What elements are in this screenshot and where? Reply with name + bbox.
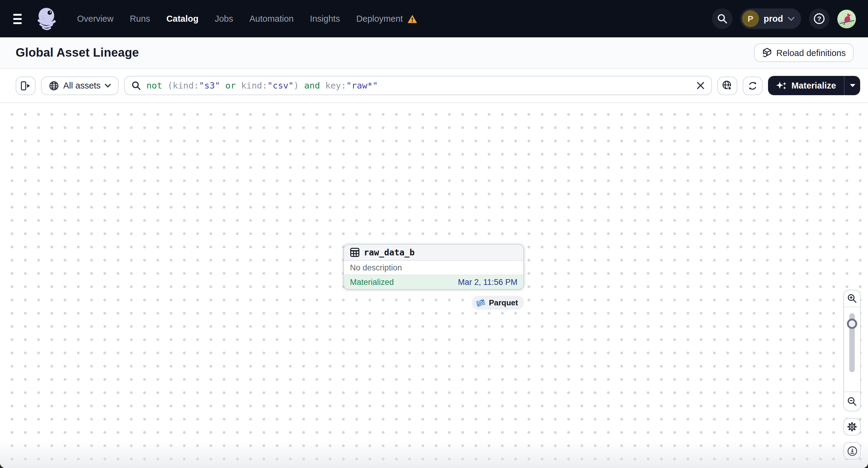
sparkles-icon xyxy=(776,81,787,91)
globe-plus-icon xyxy=(722,80,733,91)
materialize-dropdown-button[interactable] xyxy=(844,76,860,95)
nav-item-jobs[interactable]: Jobs xyxy=(215,14,233,24)
nav-item-insights[interactable]: Insights xyxy=(310,14,340,24)
lineage-canvas[interactable]: raw_data_b No description Materialized M… xyxy=(0,103,868,468)
zoom-out-icon xyxy=(847,396,857,407)
navbar-right-cluster: P prod ? xyxy=(712,8,856,29)
reload-definitions-label: Reload definitions xyxy=(776,48,846,58)
hamburger-menu-button[interactable] xyxy=(13,12,27,25)
refresh-button[interactable] xyxy=(743,76,763,95)
reload-definitions-button[interactable]: Reload definitions xyxy=(754,43,854,62)
asset-scope-label: All assets xyxy=(63,81,101,90)
environment-name: prod xyxy=(764,14,783,24)
gear-icon xyxy=(847,422,857,432)
global-search-button[interactable] xyxy=(712,8,733,29)
lineage-toolbar: All assets not (kind:"s3" or kind:"csv")… xyxy=(0,69,868,103)
zoom-out-button[interactable] xyxy=(844,392,860,411)
open-left-panel-button[interactable] xyxy=(16,76,35,95)
asset-status-row: Materialized Mar 2, 11:56 PM xyxy=(344,275,523,289)
user-avatar[interactable] xyxy=(837,9,856,28)
nav-item-deployment[interactable]: Deployment xyxy=(356,14,417,24)
caret-down-icon xyxy=(849,84,855,87)
kind-tag-parquet[interactable]: Parquet xyxy=(471,296,524,310)
close-icon xyxy=(696,81,705,90)
materialized-timestamp[interactable]: Mar 2, 11:56 PM xyxy=(458,278,518,287)
asset-filter-query: not (kind:"s3" or kind:"csv") and key:"r… xyxy=(146,81,378,90)
asset-filter-input[interactable]: not (kind:"s3" or kind:"csv") and key:"r… xyxy=(124,76,712,95)
materialize-split-button: Materialize xyxy=(768,76,860,95)
zoom-slider-thumb[interactable] xyxy=(847,319,857,329)
materialize-label: Materialize xyxy=(792,81,836,90)
download-icon xyxy=(847,445,858,456)
materialize-button[interactable]: Materialize xyxy=(768,76,844,95)
zoom-slider[interactable] xyxy=(844,307,860,392)
lineage-settings-button[interactable] xyxy=(843,418,861,435)
refresh-icon xyxy=(747,81,758,91)
dagster-logo[interactable] xyxy=(34,5,58,32)
clear-query-button[interactable] xyxy=(696,81,705,90)
top-navbar: Overview Runs Catalog Jobs Automation In… xyxy=(0,0,868,37)
asset-node[interactable]: raw_data_b No description Materialized M… xyxy=(343,244,524,290)
page-title: Global Asset Lineage xyxy=(16,46,139,60)
asset-node-header: raw_data_b xyxy=(344,245,523,261)
zoom-control-group xyxy=(843,290,861,411)
app-window: Overview Runs Catalog Jobs Automation In… xyxy=(0,0,868,468)
materialized-status: Materialized xyxy=(350,278,394,287)
globe-icon xyxy=(49,81,59,91)
search-icon xyxy=(717,13,727,24)
hamburger-icon xyxy=(13,13,22,15)
warning-triangle-icon xyxy=(407,14,417,23)
asset-groups-button[interactable] xyxy=(717,76,737,95)
asset-description: No description xyxy=(344,261,523,275)
search-icon xyxy=(131,81,141,90)
parquet-icon xyxy=(475,299,485,307)
asset-scope-selector[interactable]: All assets xyxy=(41,76,119,95)
nav-item-automation[interactable]: Automation xyxy=(249,14,293,24)
help-button[interactable]: ? xyxy=(809,8,830,29)
environment-switcher[interactable]: P prod xyxy=(740,8,801,29)
table-icon xyxy=(350,248,360,257)
svg-text:?: ? xyxy=(817,15,821,23)
panel-expand-icon xyxy=(21,81,31,91)
page-header: Global Asset Lineage Reload definitions xyxy=(0,37,868,69)
environment-initial-badge: P xyxy=(742,10,759,27)
chevron-down-icon xyxy=(788,17,795,21)
question-mark-icon: ? xyxy=(813,13,825,25)
nav-item-overview[interactable]: Overview xyxy=(77,14,114,24)
nav-item-runs[interactable]: Runs xyxy=(130,14,150,24)
reload-definitions-icon xyxy=(762,48,772,58)
kind-tag-label: Parquet xyxy=(489,298,518,307)
download-view-button[interactable] xyxy=(843,442,861,460)
zoom-in-button[interactable] xyxy=(844,290,860,307)
asset-name: raw_data_b xyxy=(364,248,415,257)
chevron-down-icon xyxy=(105,84,111,88)
nav-item-catalog[interactable]: Catalog xyxy=(166,14,198,24)
main-menu: Overview Runs Catalog Jobs Automation In… xyxy=(77,14,417,24)
zoom-in-icon xyxy=(847,293,857,304)
